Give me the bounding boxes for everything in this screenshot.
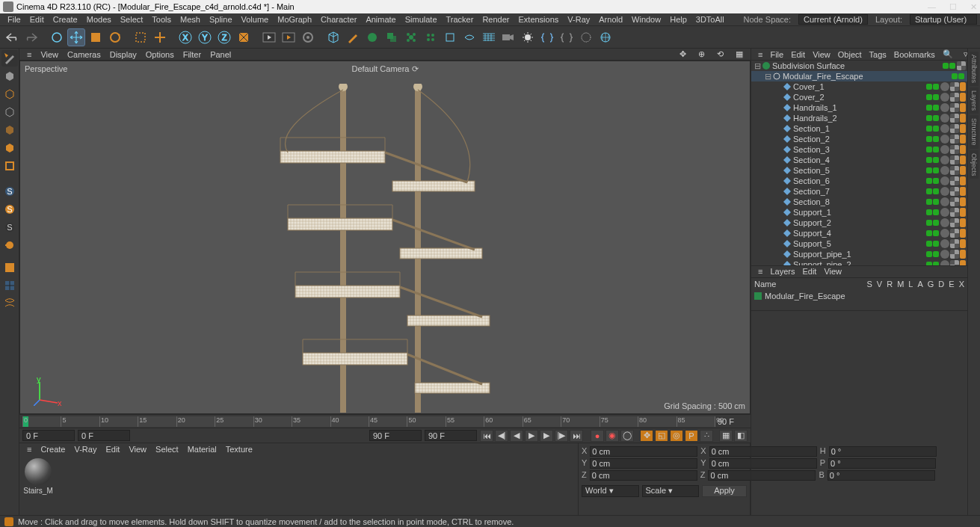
asset-button[interactable] — [577, 28, 595, 46]
menu-help[interactable]: Help — [665, 15, 691, 24]
visibility-render-dot[interactable] — [933, 115, 939, 121]
rotate-tool-button[interactable] — [106, 28, 124, 46]
hamburger-icon[interactable]: ≡ — [22, 50, 36, 59]
visibility-editor-dot[interactable] — [926, 167, 932, 173]
x-axis-button[interactable]: X — [176, 28, 194, 46]
hamburger-icon[interactable]: ≡ — [754, 267, 766, 276]
tree-row[interactable]: Section_6 — [751, 176, 967, 186]
objmenu-file[interactable]: File — [766, 50, 787, 59]
tag-icon[interactable] — [940, 218, 949, 227]
hamburger-icon[interactable]: ≡ — [754, 50, 766, 59]
matmenu-view[interactable]: View — [124, 445, 151, 454]
matmenu-v-ray[interactable]: V-Ray — [70, 445, 101, 454]
visibility-render-dot[interactable] — [933, 199, 939, 205]
make-editable-button[interactable] — [1, 50, 18, 67]
tag-icon[interactable] — [940, 187, 949, 196]
tag-icon[interactable] — [940, 176, 949, 185]
menu-create[interactable]: Create — [49, 15, 82, 24]
pla-key-button[interactable]: ∴ — [700, 430, 713, 442]
visibility-render-dot[interactable] — [933, 251, 939, 257]
menu-extensions[interactable]: Extensions — [514, 15, 563, 24]
tag-icon[interactable] — [960, 239, 966, 248]
tag-icon[interactable] — [960, 155, 966, 164]
visibility-editor-dot[interactable] — [926, 178, 932, 184]
field-button[interactable] — [441, 28, 459, 46]
menu-v-ray[interactable]: V-Ray — [563, 15, 594, 24]
coord-size-select[interactable]: Scale ▾ — [642, 485, 700, 497]
menu-character[interactable]: Character — [316, 15, 361, 24]
tag-icon[interactable] — [960, 187, 966, 196]
menu-window[interactable]: Window — [627, 15, 665, 24]
visibility-render-dot[interactable] — [933, 220, 939, 226]
vp-toggle-icon[interactable]: ▦ — [731, 49, 748, 59]
visibility-editor-dot[interactable] — [926, 115, 932, 121]
tag-icon[interactable] — [960, 208, 966, 217]
cube-primitive-button[interactable] — [324, 28, 342, 46]
tag-icon[interactable] — [940, 208, 949, 217]
enable-axis-button[interactable]: S — [1, 183, 18, 200]
viewport-solo-button[interactable] — [1, 259, 18, 276]
visibility-editor-dot[interactable] — [926, 126, 932, 132]
vp-zoom-icon[interactable]: ⊕ — [694, 49, 709, 59]
scale-tool-button[interactable] — [87, 28, 105, 46]
layout-select[interactable]: Startup (User) — [910, 14, 977, 25]
matmenu-select[interactable]: Select — [151, 445, 183, 454]
pos-y-field[interactable] — [590, 458, 697, 469]
viewmenu-filter[interactable]: Filter — [179, 50, 206, 59]
next-key-button[interactable]: |▶ — [555, 430, 568, 442]
menu-simulate[interactable]: Simulate — [401, 15, 442, 24]
menu-volume[interactable]: Volume — [237, 15, 274, 24]
expand-icon[interactable]: ⊟ — [765, 72, 772, 81]
menu-mesh[interactable]: Mesh — [176, 15, 205, 24]
minimize-button[interactable]: — — [928, 2, 936, 12]
visibility-render-dot[interactable] — [933, 230, 939, 236]
edge-mode-button[interactable] — [1, 140, 18, 156]
subdiv-button[interactable] — [363, 28, 381, 46]
y-axis-button[interactable]: Y — [196, 28, 214, 46]
tag-icon[interactable] — [950, 229, 959, 238]
autokey-button[interactable]: ◉ — [605, 430, 619, 442]
viewmenu-view[interactable]: View — [36, 50, 63, 59]
visibility-render-dot[interactable] — [933, 136, 939, 142]
visibility-editor-dot[interactable] — [926, 157, 932, 163]
node-space-select[interactable]: Current (Arnold) — [798, 14, 868, 25]
tweak-button[interactable] — [1, 237, 18, 253]
visibility-render-dot[interactable] — [933, 84, 939, 90]
tag-icon[interactable] — [940, 197, 949, 206]
keyframe-sel-button[interactable]: ◯ — [620, 430, 634, 442]
dock-tab-objects[interactable]: Objects — [970, 150, 979, 179]
point-mode-button[interactable] — [1, 122, 18, 138]
tag-icon[interactable] — [940, 229, 949, 238]
tag-icon[interactable] — [950, 135, 959, 144]
xray-button[interactable] — [1, 295, 18, 312]
tag-icon[interactable] — [940, 103, 949, 112]
close-button[interactable]: ✕ — [970, 2, 977, 12]
model-mode-button[interactable] — [1, 68, 18, 84]
tag-icon[interactable] — [960, 197, 966, 206]
play-button[interactable]: ▶ — [525, 430, 538, 442]
menu-animate[interactable]: Animate — [361, 15, 400, 24]
render-region-button[interactable] — [280, 28, 298, 46]
tag-icon[interactable] — [940, 250, 949, 259]
visibility-editor-dot[interactable] — [926, 94, 932, 100]
visibility-editor-dot[interactable] — [926, 230, 932, 236]
tree-row[interactable]: Support_pipe_2 — [751, 259, 967, 265]
tag-icon[interactable] — [950, 208, 959, 217]
coord-system-button[interactable] — [235, 28, 253, 46]
tag-icon[interactable] — [960, 135, 966, 144]
tag-icon[interactable] — [950, 166, 959, 175]
visibility-editor-dot[interactable] — [926, 241, 932, 247]
tag-icon[interactable] — [960, 218, 966, 227]
visibility-editor-dot[interactable] — [943, 63, 949, 69]
search-icon[interactable]: 🔍 — [939, 49, 957, 59]
visibility-render-dot[interactable] — [933, 209, 939, 215]
script-button[interactable] — [538, 28, 556, 46]
scale-key-button[interactable]: ◱ — [655, 430, 668, 442]
tag-icon[interactable] — [960, 250, 966, 259]
dock-tab-structure[interactable]: Structure — [970, 115, 979, 149]
tag-icon[interactable] — [950, 250, 959, 259]
tree-row[interactable]: Support_5 — [751, 238, 967, 249]
objmenu-view[interactable]: View — [809, 50, 834, 59]
tree-row[interactable]: ⊟Modular_Fire_Escape — [751, 71, 967, 81]
move-tool-button[interactable] — [67, 28, 85, 46]
